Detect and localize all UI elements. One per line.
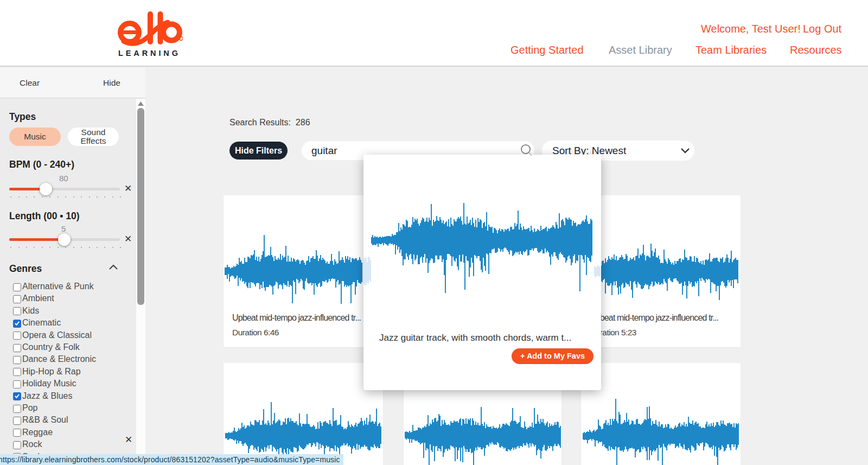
svg-text:LEARNING: LEARNING bbox=[118, 49, 181, 57]
